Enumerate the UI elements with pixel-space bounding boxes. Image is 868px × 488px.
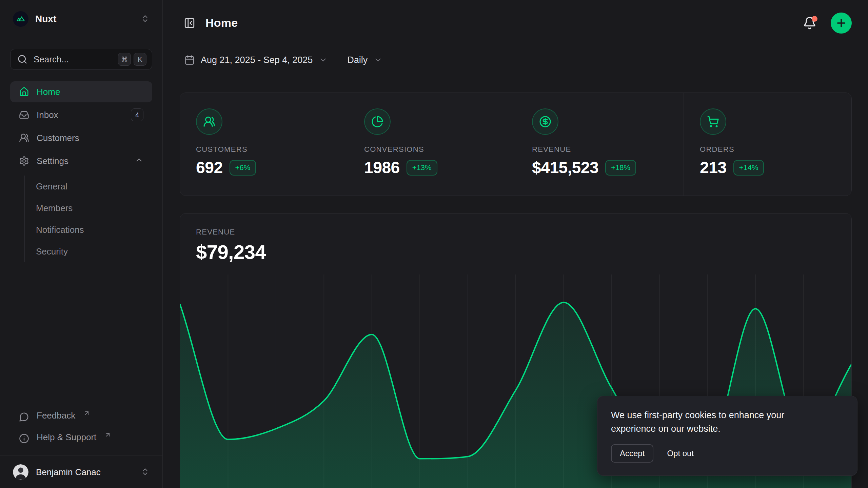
opt-out-button[interactable]: Opt out — [667, 449, 694, 458]
stat-delta-badge: +6% — [230, 160, 256, 176]
foot-link-label: Feedback — [37, 410, 75, 421]
search-input[interactable]: Search... ⌘ K — [10, 49, 152, 70]
date-range-value: Aug 21, 2025 - Sep 4, 2025 — [201, 55, 313, 65]
sidebar-collapse-button[interactable] — [184, 17, 195, 29]
pie-chart-icon — [364, 108, 391, 135]
cookie-banner: We use first-party cookies to enhance yo… — [597, 396, 857, 476]
date-range-picker[interactable]: Aug 21, 2025 - Sep 4, 2025 — [184, 55, 328, 65]
sidebar-item-settings[interactable]: Settings — [10, 150, 152, 171]
page-header: Home — [163, 0, 868, 46]
granularity-select[interactable]: Daily — [347, 55, 382, 65]
stat-label: CONVERSIONS — [364, 145, 506, 154]
stat-delta-badge: +13% — [407, 160, 437, 176]
stat-label: REVENUE — [532, 145, 673, 154]
arrow-up-right-icon — [104, 431, 111, 438]
notification-dot — [812, 16, 817, 22]
sidebar-item-security[interactable]: Security — [25, 241, 152, 262]
sidebar-divider — [0, 455, 162, 455]
users-round-icon — [196, 108, 222, 135]
stat-value: 692 — [196, 158, 223, 177]
user-menu[interactable]: Benjamin Canac — [10, 461, 152, 483]
granularity-value: Daily — [347, 55, 368, 65]
sidebar-nav: Home Inbox 4 Customers Settings General — [10, 81, 152, 262]
arrow-up-right-icon — [83, 410, 90, 416]
help-support-link[interactable]: Help & Support — [10, 428, 152, 450]
sidebar-item-members[interactable]: Members — [25, 197, 152, 219]
info-circle-icon — [19, 433, 29, 444]
nav-label: Inbox — [37, 110, 58, 120]
user-name: Benjamin Canac — [36, 467, 101, 477]
chevrons-up-down-icon — [141, 14, 150, 24]
stat-card-revenue[interactable]: REVENUE $415,523 +18% — [516, 93, 684, 196]
nav-label: Settings — [37, 156, 68, 166]
settings-gear-icon — [19, 156, 29, 166]
stats-cards: CUSTOMERS 692 +6% CONVERSIONS 1986 +13% — [180, 93, 852, 196]
users-icon — [19, 133, 29, 143]
sidebar-item-general[interactable]: General — [25, 176, 152, 197]
search-shortcut: ⌘ K — [118, 53, 146, 66]
revenue-chart-value: $79,234 — [196, 241, 835, 263]
search-icon — [17, 54, 27, 64]
sidebar-item-customers[interactable]: Customers — [10, 127, 152, 148]
app-root: Nuxt Search... ⌘ K Home Inbox 4 — [0, 0, 868, 488]
cookie-message: We use first-party cookies to enhance yo… — [611, 408, 820, 435]
chevron-up-icon — [135, 156, 143, 167]
stat-card-customers[interactable]: CUSTOMERS 692 +6% — [180, 93, 348, 196]
chevrons-up-down-icon — [141, 467, 150, 477]
nuxt-logo-icon — [13, 11, 28, 27]
accept-button[interactable]: Accept — [611, 444, 653, 463]
sidebar-item-inbox[interactable]: Inbox 4 — [10, 104, 152, 125]
add-button[interactable] — [831, 13, 852, 34]
header-actions — [803, 13, 852, 34]
inbox-count-badge: 4 — [131, 108, 143, 121]
notifications-button[interactable] — [803, 16, 816, 30]
message-circle-icon — [19, 412, 29, 422]
stat-card-conversions[interactable]: CONVERSIONS 1986 +13% — [348, 93, 516, 196]
cookie-actions: Accept Opt out — [611, 444, 844, 463]
sidebar-spacer — [10, 262, 152, 406]
sidebar-item-home[interactable]: Home — [10, 81, 152, 102]
workspace-switcher[interactable]: Nuxt — [10, 8, 152, 30]
plus-icon — [835, 17, 847, 29]
chevron-down-icon — [374, 56, 382, 64]
calendar-icon — [184, 55, 195, 65]
stat-card-orders[interactable]: ORDERS 213 +14% — [684, 93, 851, 196]
foot-link-label: Help & Support — [37, 432, 96, 443]
kbd-k: K — [134, 53, 146, 66]
stat-label: ORDERS — [700, 145, 841, 154]
settings-subnav: General Members Notifications Security — [24, 176, 152, 262]
circle-dollar-icon — [532, 108, 558, 135]
stat-value: 213 — [700, 158, 727, 177]
workspace-name: Nuxt — [35, 14, 56, 24]
stat-label: CUSTOMERS — [196, 145, 338, 154]
sidebar: Nuxt Search... ⌘ K Home Inbox 4 — [0, 0, 163, 488]
panel-left-close-icon — [184, 17, 195, 29]
home-icon — [19, 87, 29, 97]
stat-delta-badge: +14% — [733, 160, 764, 176]
nav-label: Customers — [37, 133, 79, 143]
page-title: Home — [205, 16, 238, 29]
shopping-cart-icon — [700, 108, 726, 135]
revenue-chart-header: REVENUE $79,234 — [180, 214, 851, 263]
avatar — [13, 464, 28, 480]
filters-toolbar: Aug 21, 2025 - Sep 4, 2025 Daily — [163, 46, 868, 74]
sidebar-item-notifications[interactable]: Notifications — [25, 219, 152, 241]
kbd-cmd: ⌘ — [118, 53, 131, 66]
inbox-icon — [19, 110, 29, 120]
stat-value: 1986 — [364, 158, 400, 177]
feedback-link[interactable]: Feedback — [10, 406, 152, 428]
nav-label: Home — [37, 87, 60, 97]
stat-delta-badge: +18% — [605, 160, 636, 176]
chevron-down-icon — [319, 56, 328, 64]
stat-value: $415,523 — [532, 158, 598, 177]
revenue-chart-label: REVENUE — [196, 228, 835, 237]
search-placeholder: Search... — [34, 54, 69, 65]
